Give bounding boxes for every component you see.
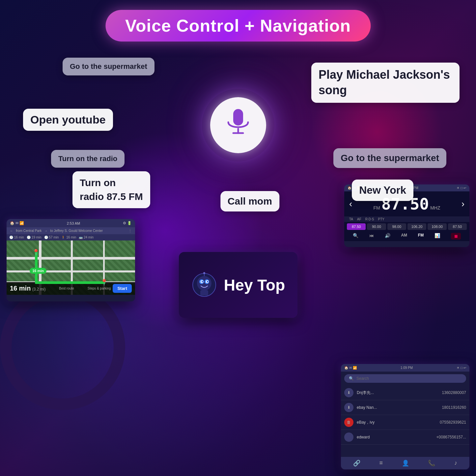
radio-stop-icon[interactable]: ⏹ [451, 233, 461, 239]
main-content: Voice Control + Navigation Go to the sup… [0, 0, 476, 476]
contact-action-2[interactable]: ⬇ [344, 403, 353, 412]
map-time-badge: 16 min [30, 268, 46, 274]
contact-row-1[interactable]: ⬇ Dnj李先... 13602880007 [341, 385, 469, 400]
page-title: Voice Control + Navigation [125, 16, 351, 36]
contact-row-4[interactable]: edward +00867556157... [341, 430, 469, 445]
nav-to: to Jeffrey S. Gould Welcome Center [50, 229, 126, 233]
svg-point-4 [197, 276, 211, 291]
radio-labels: TA AF R·D·S PTY [344, 216, 469, 222]
header-banner: Voice Control + Navigation [105, 10, 371, 42]
contact-row-3[interactable]: 🗑 eBay，ivy 075582939621 [341, 415, 469, 430]
radio-fm-button[interactable]: FM [418, 233, 424, 239]
svg-rect-11 [200, 290, 208, 295]
radio-pty: PTY [378, 217, 384, 221]
svg-point-9 [202, 281, 203, 282]
nav-arrow: → [44, 229, 47, 233]
contacts-search-bar[interactable]: 🔍 Search [344, 374, 466, 383]
bubble-turn-on-radio-label: Turn on the radio [51, 150, 125, 168]
contact-number-2: 18011916260 [442, 405, 466, 410]
radio-home-icon: 🏠 [348, 186, 351, 190]
radio-preset-3[interactable]: 98.00 [387, 223, 406, 230]
map-duration: 16 min (3.2 mi) [10, 285, 45, 292]
contacts-time: 1:09 PM [401, 366, 413, 370]
svg-point-13 [203, 272, 205, 274]
map-info-bar: 16 min (3.2 mi) Best route Steps & parki… [7, 282, 135, 295]
contact-name-2: ebay Nan... [357, 405, 439, 410]
contacts-person-icon[interactable]: 👤 [402, 460, 409, 467]
search-icon: 🔍 [349, 376, 354, 381]
map-pin-end: 📍 [100, 279, 108, 286]
radio-preset-1[interactable]: 87.50 [347, 223, 366, 230]
contact-name-4: edward [357, 435, 433, 439]
contacts-music-icon[interactable]: ♪ [454, 460, 457, 467]
bubble-new-york: New York [352, 180, 413, 201]
nav-arrow-back[interactable]: ← [10, 229, 13, 233]
navigation-screen[interactable]: 🏠 ✉ 📶 2:53 AM ⚙ 🔋 ← from Central Park → … [7, 219, 135, 301]
radio-presets: 87.50 90.00 98.00 106.20 108.00 87.50 [344, 222, 469, 231]
hey-top-screen[interactable]: Hey Top [179, 252, 297, 318]
radio-freq-unit: MHZ [430, 205, 440, 210]
contacts-link-icon[interactable]: 🔗 [353, 460, 360, 467]
radio-am-button[interactable]: AM [401, 233, 407, 239]
radio-prev-track-icon[interactable]: ⏮ [369, 233, 374, 239]
robot-avatar [191, 272, 217, 298]
radio-prev-button[interactable]: ‹ [349, 199, 352, 209]
map-pin-start: 📍 [32, 249, 40, 256]
map-route-label: Best route [59, 287, 74, 290]
contacts-icons: 🏠 ✉ 📶 [344, 366, 357, 370]
contacts-screen[interactable]: 🏠 ✉ 📶 1:09 PM ☀ □ ↩ 🔍 Search ⬇ Dnj李先... … [341, 364, 469, 469]
microphone-icon [225, 107, 251, 143]
contact-action-4 [344, 433, 353, 442]
contact-action-1[interactable]: ⬇ [344, 388, 353, 397]
mic-container [202, 89, 274, 161]
nav-controls: ⚙ 🔋 [123, 221, 132, 225]
contacts-search-placeholder: Search [356, 376, 369, 381]
radio-eq-icon[interactable]: 📊 [434, 233, 440, 239]
contacts-menu-icon[interactable]: ≡ [379, 460, 383, 467]
nav-icons: 🏠 ✉ 📶 [10, 221, 24, 225]
nav-route-bar: ← from Central Park → to Jeffrey S. Goul… [7, 227, 135, 234]
steering-wheel [0, 285, 125, 410]
radio-rds: R·D·S [365, 217, 374, 221]
contacts-bottom-bar: 🔗 ≡ 👤 📞 ♪ [341, 457, 469, 469]
bubble-go-supermarket-right: Go to the supermarket [333, 148, 446, 168]
radio-preset-2[interactable]: 90.00 [367, 223, 386, 230]
bubble-play-michael: Play Michael Jackson's song [311, 63, 460, 103]
radio-controls-icons: ☀ □ ↩ [457, 186, 466, 190]
bubble-open-youtube: Open youtube [23, 109, 113, 131]
contacts-header: 🏠 ✉ 📶 1:09 PM ☀ □ ↩ [341, 364, 469, 372]
contact-number-3: 075582939621 [440, 420, 466, 425]
nav-map: 📍 📍 16 min 16 min (3.2 mi) Best route St… [7, 240, 135, 295]
radio-volume-icon[interactable]: 🔊 [385, 233, 390, 239]
radio-controls: 🔍 ⏮ 🔊 AM FM 📊 ⏹ [344, 231, 469, 241]
contact-number-4: +00867556157... [436, 435, 466, 439]
start-navigation-button[interactable]: Start [113, 284, 132, 293]
radio-preset-6[interactable]: 87.50 [448, 223, 467, 230]
radio-af: AF [357, 217, 361, 221]
nav-time: 2:53 AM [67, 221, 80, 225]
contacts-phone-icon[interactable]: 📞 [428, 460, 435, 467]
contacts-controls: ☀ □ ↩ [457, 366, 466, 370]
contact-name-1: Dnj李先... [357, 390, 439, 396]
radio-preset-4[interactable]: 106.20 [407, 223, 426, 230]
svg-rect-0 [233, 109, 243, 126]
nav-from: from Central Park [16, 229, 42, 233]
contact-action-3[interactable]: 🗑 [344, 418, 353, 427]
radio-ta: TA [349, 217, 353, 221]
bubble-go-supermarket-top: Go to the supermarket [63, 58, 154, 75]
contact-number-1: 13602880007 [442, 390, 466, 395]
map-steps: Steps & parking Start [88, 284, 132, 293]
contact-name-3: eBay，ivy [357, 420, 436, 425]
svg-point-10 [207, 281, 208, 282]
radio-preset-5[interactable]: 108.00 [428, 223, 446, 230]
nav-more[interactable]: ⋮ [128, 229, 132, 233]
radio-next-button[interactable]: › [462, 199, 464, 209]
radio-band-label: FM [373, 205, 380, 210]
contact-row-2[interactable]: ⬇ ebay Nan... 18011916260 [341, 400, 469, 415]
mic-outer-ring [202, 89, 274, 161]
bubble-call-mom: Call mom [220, 191, 279, 211]
mic-inner-circle[interactable] [210, 97, 266, 153]
radio-search-icon[interactable]: 🔍 [353, 233, 358, 239]
nav-header: 🏠 ✉ 📶 2:53 AM ⚙ 🔋 [7, 219, 135, 227]
nav-status-bar: 🏠 ✉ 📶 2:53 AM ⚙ 🔋 [10, 221, 132, 225]
